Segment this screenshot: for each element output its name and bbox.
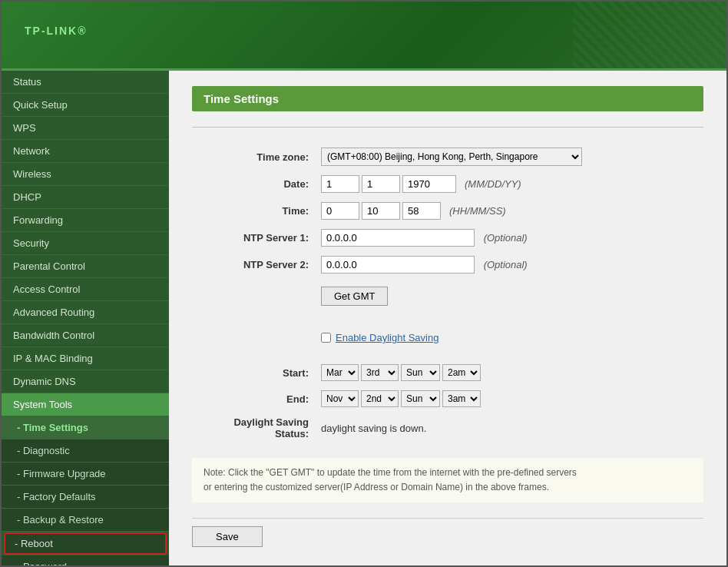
sidebar-item-firmware-upgrade[interactable]: - Firmware Upgrade [2,463,169,486]
timezone-label: Time zone: [192,143,315,171]
ntp2-cell: (Optional) [315,251,703,278]
get-gmt-cell: Get GMT [315,278,703,310]
daylight-checkbox-row: Enable Daylight Saving [321,332,697,343]
date-month-input[interactable] [321,175,359,193]
timezone-row: Time zone: (GMT+08:00) Beijing, Hong Kon… [192,143,703,171]
start-day-select[interactable]: SunMonTueWedThuFriSat [401,364,440,381]
end-cell: JanFebMarAprMayJunJulAugSepOctNovDec 1st… [315,386,703,412]
daylight-cell: Enable Daylight Saving [315,320,703,360]
ntp2-input[interactable] [321,256,475,274]
sidebar: StatusQuick SetupWPSNetworkWirelessDHCPF… [2,71,169,565]
timezone-select[interactable]: (GMT+08:00) Beijing, Hong Kong, Perth, S… [321,148,582,166]
sidebar-item-quick-setup[interactable]: Quick Setup [2,94,169,117]
time-cell: (HH/MM/SS) [315,197,703,224]
end-day-select[interactable]: SunMonTueWedThuFriSat [401,390,440,407]
start-label: Start: [192,360,315,386]
logo: TP-LINK® [25,19,88,51]
spacer-row [192,310,703,320]
time-row: Time: (HH/MM/SS) [192,197,703,224]
sidebar-item-forwarding[interactable]: Forwarding [2,209,169,232]
daylight-row: Enable Daylight Saving [192,320,703,360]
note-text-2: or entering the customized server(IP Add… [204,480,692,495]
ntp2-row: NTP Server 2: (Optional) [192,251,703,278]
logo-trademark: ® [78,25,87,37]
daylight-checkbox[interactable] [321,333,331,343]
ntp1-input[interactable] [321,229,475,247]
sidebar-item-factory-defaults[interactable]: - Factory Defaults [2,486,169,509]
time-hh-input[interactable] [321,202,359,220]
ntp1-cell: (Optional) [315,224,703,251]
ntp2-hint: (Optional) [484,259,528,270]
sidebar-item-access-control[interactable]: Access Control [2,278,169,301]
end-row: End: JanFebMarAprMayJunJulAugSepOctNovDe… [192,386,703,412]
save-button[interactable]: Save [192,526,263,547]
dst-status-label: Daylight Saving Status: [192,412,315,444]
start-cell: JanFebMarAprMayJunJulAugSepOctNovDec 1st… [315,360,703,386]
sidebar-item-dynamic-dns[interactable]: Dynamic DNS [2,370,169,393]
date-day-input[interactable] [362,175,400,193]
date-row: Date: (MM/DD/YY) [192,171,703,197]
sidebar-item-status[interactable]: Status [2,71,169,94]
get-gmt-spacer [192,278,315,310]
sidebar-item-wireless[interactable]: Wireless [2,163,169,186]
note-section: Note: Click the "GET GMT" to update the … [192,458,703,502]
sidebar-item-backup-restore[interactable]: - Backup & Restore [2,509,169,532]
sidebar-item-password[interactable]: - Password [2,555,169,565]
time-label: Time: [192,197,315,224]
sidebar-item-diagnostic[interactable]: - Diagnostic [2,439,169,463]
sidebar-item-time-settings[interactable]: - Time Settings [2,416,169,439]
page-title: Time Settings [192,86,703,111]
logo-text: TP-LINK [25,25,78,37]
main-content: StatusQuick SetupWPSNetworkWirelessDHCPF… [2,71,726,565]
router-frame: TP-LINK® StatusQuick SetupWPSNetworkWire… [0,0,728,567]
note-text-1: Note: Click the "GET GMT" to update the … [204,466,692,480]
date-cell: (MM/DD/YY) [315,171,703,197]
sidebar-item-reboot[interactable]: - Reboot [4,532,167,555]
sidebar-item-parental-control[interactable]: Parental Control [2,255,169,278]
start-month-select[interactable]: JanFebMarAprMayJunJulAugSepOctNovDec [321,364,359,381]
sidebar-item-system-tools[interactable]: System Tools [2,393,169,416]
ntp2-label: NTP Server 2: [192,251,315,278]
time-inputs: (HH/MM/SS) [321,202,506,220]
date-inputs: (MM/DD/YY) [321,175,521,193]
date-hint: (MM/DD/YY) [465,178,521,190]
daylight-saving-label[interactable]: Enable Daylight Saving [336,332,438,343]
start-row: Start: JanFebMarAprMayJunJulAugSepOctNov… [192,360,703,386]
end-label: End: [192,386,315,412]
date-year-input[interactable] [402,175,456,193]
ntp1-row: NTP Server 1: (Optional) [192,224,703,251]
sidebar-item-dhcp[interactable]: DHCP [2,186,169,209]
get-gmt-row: Get GMT [192,278,703,310]
dst-status-value: daylight saving is down. [321,423,426,434]
time-ss-input[interactable] [402,202,441,220]
start-time-select[interactable]: 1am2am3am4am5am6am [442,364,481,381]
time-mm-input[interactable] [362,202,400,220]
date-label: Date: [192,171,315,197]
get-gmt-button[interactable]: Get GMT [321,287,388,306]
sidebar-item-bandwidth-control[interactable]: Bandwidth Control [2,324,169,347]
ntp1-hint: (Optional) [484,232,528,244]
start-week-select[interactable]: 1st2nd3rd4thLast [361,364,399,381]
ntp1-label: NTP Server 1: [192,224,315,251]
dst-status-row: Daylight Saving Status: daylight saving … [192,412,703,444]
sidebar-item-security[interactable]: Security [2,232,169,255]
sidebar-item-wps[interactable]: WPS [2,117,169,140]
timezone-cell: (GMT+08:00) Beijing, Hong Kong, Perth, S… [315,143,703,171]
sidebar-item-advanced-routing[interactable]: Advanced Routing [2,301,169,324]
save-section: Save [192,518,703,547]
form-table: Time zone: (GMT+08:00) Beijing, Hong Kon… [192,143,703,444]
divider [192,127,703,128]
header: TP-LINK® [2,2,726,71]
content-inner: Time Settings Time zone: (GMT+08:00) Bei… [169,71,726,562]
end-month-select[interactable]: JanFebMarAprMayJunJulAugSepOctNovDec [321,390,359,407]
start-inputs: JanFebMarAprMayJunJulAugSepOctNovDec 1st… [321,364,481,381]
end-time-select[interactable]: 1am2am3am4am5am [442,390,481,407]
sidebar-item-ip-mac-binding[interactable]: IP & MAC Binding [2,347,169,370]
end-week-select[interactable]: 1st2nd3rd4thLast [361,390,399,407]
content-area: Time Settings Time zone: (GMT+08:00) Bei… [169,71,726,565]
sidebar-item-network[interactable]: Network [2,140,169,163]
dst-status-cell: daylight saving is down. [315,412,703,444]
daylight-spacer [192,320,315,360]
time-hint: (HH/MM/SS) [449,205,506,217]
end-inputs: JanFebMarAprMayJunJulAugSepOctNovDec 1st… [321,390,481,407]
